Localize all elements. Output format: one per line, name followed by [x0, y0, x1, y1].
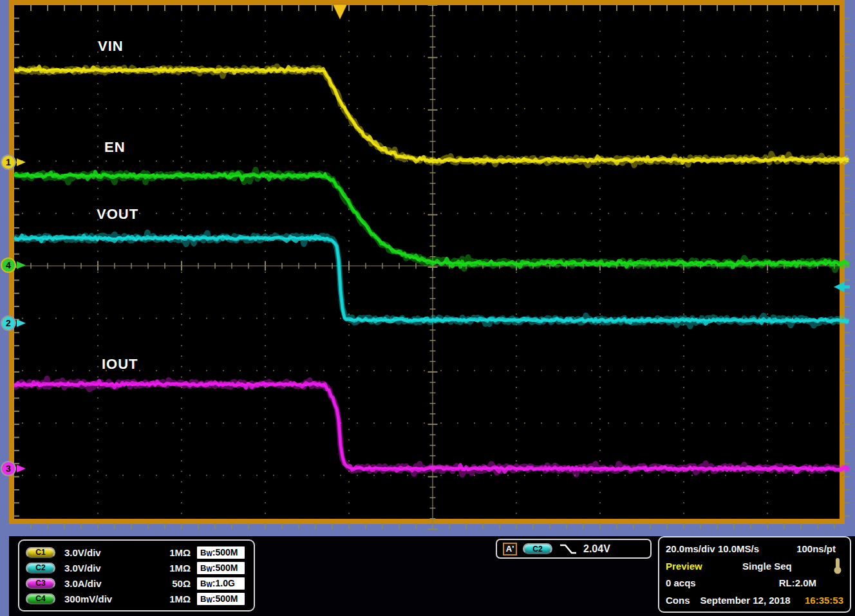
clock-value: 16:35:53 — [805, 595, 843, 606]
resolution-value: 100ns/pt — [796, 543, 836, 554]
channel-pill-c1[interactable]: C1 — [26, 547, 55, 558]
channel-marker-1[interactable]: 1 — [1, 154, 26, 170]
sequence-mode: Single Seq — [742, 561, 792, 572]
channel-marker-arrow-icon — [17, 319, 26, 327]
preview-status: Preview — [666, 561, 702, 572]
bandwidth-box-c4[interactable]: BW:500M — [197, 593, 245, 605]
channel-impedance: 1MΩ — [153, 547, 191, 558]
trigger-panel[interactable]: A' C2 2.04V — [496, 539, 652, 559]
acqs-row: 0 acqs RL:2.0M — [666, 575, 843, 592]
channel-marker-arrow-icon — [17, 261, 26, 269]
channel-marker-number: 2 — [1, 315, 16, 331]
record-length: RL:2.0M — [779, 577, 816, 588]
channel-row-c3: C3 3.0A/div 50Ω BW:1.0G — [26, 575, 247, 591]
channel-scale: 300mV/div — [64, 593, 153, 604]
status-bar: C1 3.0V/div 1MΩ BW:500M C2 3.0V/div 1MΩ … — [9, 536, 855, 616]
acquisition-panel: 20.0ms/div 10.0MS/s 100ns/pt Preview Sin… — [658, 536, 851, 613]
channel-marker-number: 3 — [1, 461, 16, 476]
channel-scale: 3.0V/div — [64, 547, 153, 558]
channel-marker-arrow-icon — [17, 465, 26, 472]
datetime-row: Cons September 12, 2018 16:35:53 — [666, 592, 843, 609]
mode-row: Preview Single Seq — [666, 557, 843, 574]
bandwidth-box-c1[interactable]: BW:500M — [197, 546, 245, 559]
channel-marker-3[interactable]: 3 — [1, 461, 26, 476]
channel-impedance: 1MΩ — [153, 593, 191, 604]
date-value: September 12, 2018 — [700, 595, 791, 606]
channel-marker-2[interactable]: 2 — [1, 315, 26, 331]
trigger-a-badge[interactable]: A' — [503, 543, 517, 555]
falling-edge-icon — [558, 543, 578, 555]
channel-marker-4[interactable]: 4 — [1, 257, 26, 273]
channel-row-c4: C4 300mV/div 1MΩ BW:500M — [26, 591, 247, 606]
channel-row-c2: C2 3.0V/div 1MΩ BW:500M — [26, 560, 247, 575]
thermometer-icon — [832, 557, 843, 574]
channel-row-c1: C1 3.0V/div 1MΩ BW:500M — [26, 545, 247, 560]
channel-scale: 3.0V/div — [64, 563, 153, 574]
trigger-level-value: 2.04V — [583, 543, 610, 555]
acqs-count: 0 acqs — [666, 577, 696, 588]
channel-pill-c2[interactable]: C2 — [26, 563, 55, 574]
bandwidth-box-c3[interactable]: BW:1.0G — [197, 577, 245, 590]
channel-impedance: 1MΩ — [153, 563, 191, 574]
bandwidth-box-c2[interactable]: BW:500M — [197, 562, 245, 574]
trigger-source-pill[interactable]: C2 — [523, 543, 552, 554]
channel-scale: 3.0A/div — [64, 578, 153, 589]
channel-settings-panel: C1 3.0V/div 1MΩ BW:500M C2 3.0V/div 1MΩ … — [18, 539, 255, 611]
channel-pill-c3[interactable]: C3 — [26, 578, 55, 589]
timebase-value: 20.0ms/div 10.0MS/s — [666, 543, 759, 554]
channel-pill-c4[interactable]: C4 — [26, 593, 55, 604]
timebase-row: 20.0ms/div 10.0MS/s 100ns/pt — [666, 540, 843, 557]
channel-marker-arrow-icon — [17, 158, 26, 166]
oscilloscope-screen: VIN EN VOUT IOUT 1423 C1 3.0V/div 1MΩ BW… — [0, 0, 855, 616]
channel-marker-number: 1 — [1, 154, 16, 170]
channel-marker-number: 4 — [1, 257, 16, 273]
channel-impedance: 50Ω — [153, 578, 191, 589]
channel-reference-markers: 1423 — [0, 0, 855, 534]
cons-label: Cons — [666, 595, 690, 606]
